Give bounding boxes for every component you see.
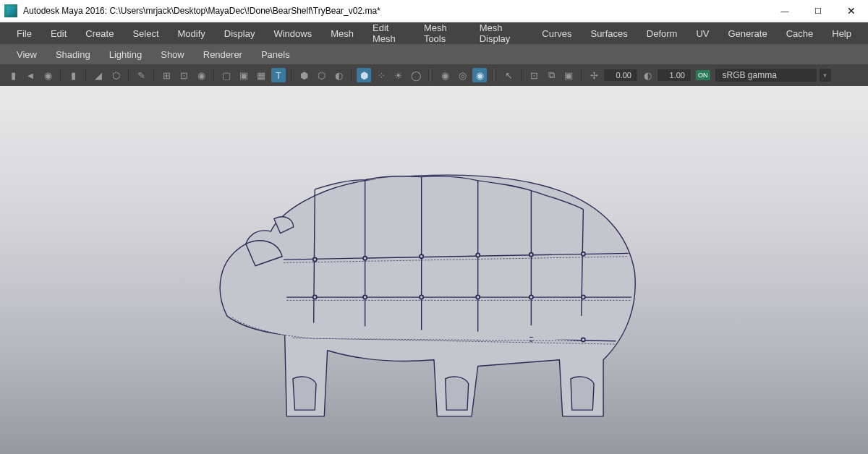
panel-panels[interactable]: Panels (252, 49, 299, 60)
separator (60, 69, 61, 82)
xray-icon[interactable]: ◎ (455, 68, 469, 82)
svg-point-5 (582, 252, 585, 256)
window-title: Autodesk Maya 2016: C:\Users\mrjack\Desk… (23, 6, 768, 16)
safe-action-icon[interactable]: ▣ (237, 68, 251, 82)
menu-file[interactable]: File (7, 28, 41, 39)
safe-title-icon[interactable]: ▦ (254, 68, 268, 82)
viewport-toolbar: ▮ ◄ ◉ ▮ ◢ ⬡ ✎ ⊞ ⊡ ◉ ▢ ▣ ▦ T ⬢ ⬡ ◐ ⬢ ⁘ ☀ … (0, 64, 868, 86)
panel-show[interactable]: Show (151, 49, 194, 60)
use-all-lights-icon[interactable]: ⬢ (357, 68, 371, 82)
svg-point-6 (313, 296, 317, 299)
menu-cache[interactable]: Cache (777, 28, 823, 39)
maximize-button[interactable]: ☐ (801, 0, 835, 22)
svg-point-1 (363, 257, 367, 260)
svg-point-2 (420, 254, 423, 258)
two-sided-icon[interactable]: ⬡ (109, 68, 123, 82)
colorspace-dropdown-icon[interactable]: ▼ (820, 69, 831, 82)
default-light-icon[interactable]: ◯ (409, 68, 423, 82)
menu-windows[interactable]: Windows (264, 28, 321, 39)
svg-point-4 (529, 253, 533, 257)
separator (428, 69, 433, 82)
svg-point-10 (529, 296, 533, 299)
separator (213, 69, 214, 82)
main-menu-bar: File Edit Create Select Modify Display W… (0, 22, 868, 44)
separator (492, 69, 496, 82)
menu-edit[interactable]: Edit (41, 28, 76, 39)
grid-icon[interactable]: ✎ (134, 68, 148, 82)
separator (85, 69, 86, 82)
panel-renderer[interactable]: Renderer (194, 49, 252, 60)
window-controls: — ☐ ✕ (768, 0, 868, 22)
minimize-button[interactable]: — (768, 0, 801, 22)
separator (128, 69, 129, 82)
shaded-icon[interactable]: ⬢ (297, 68, 311, 82)
panel-lighting[interactable]: Lighting (100, 49, 152, 60)
separator (291, 69, 292, 82)
window-titlebar: Autodesk Maya 2016: C:\Users\mrjack\Desk… (0, 0, 868, 22)
menu-select[interactable]: Select (123, 28, 168, 39)
separator (351, 69, 352, 82)
svg-point-9 (476, 296, 480, 299)
svg-point-17 (582, 338, 585, 342)
textured-icon[interactable]: ◐ (331, 68, 346, 82)
svg-point-7 (363, 296, 367, 299)
separator (153, 69, 154, 82)
exposure-value[interactable]: 0.00 (604, 69, 637, 81)
select-camera-icon[interactable]: ▮ (6, 68, 20, 82)
menu-display[interactable]: Display (215, 28, 265, 39)
maya-logo-icon (4, 4, 17, 17)
svg-point-11 (582, 296, 585, 299)
menu-surfaces[interactable]: Surfaces (581, 28, 637, 39)
bear-wireframe-model (65, 128, 803, 442)
polygons-icon[interactable]: ⊡ (527, 68, 541, 82)
nurbs-icon[interactable]: ⧉ (544, 68, 558, 82)
menu-mesh[interactable]: Mesh (321, 28, 363, 39)
menu-modify[interactable]: Modify (169, 28, 215, 39)
panel-shading[interactable]: Shading (46, 49, 100, 60)
panel-menu-bar: View Shading Lighting Show Renderer Pane… (0, 44, 868, 64)
menu-create[interactable]: Create (76, 28, 123, 39)
viewport[interactable] (0, 86, 868, 454)
menu-deform[interactable]: Deform (637, 28, 687, 39)
svg-point-0 (313, 258, 317, 262)
film-gate-icon[interactable]: ⊞ (159, 68, 174, 82)
subdiv-icon[interactable]: ▣ (561, 68, 576, 82)
svg-point-8 (420, 296, 423, 299)
colorspace-toggle[interactable]: ON (696, 70, 710, 80)
field-chart-icon[interactable]: ▢ (219, 68, 234, 82)
wireframe-icon[interactable]: T (271, 68, 286, 82)
image-plane-icon[interactable]: ◢ (91, 68, 106, 82)
lights-icon[interactable]: ☀ (391, 68, 406, 82)
svg-point-3 (476, 254, 480, 257)
panel-view[interactable]: View (7, 49, 46, 60)
shadows-icon[interactable]: ⁘ (374, 68, 388, 82)
camera-attributes-icon[interactable]: ◄ (23, 68, 38, 82)
close-button[interactable]: ✕ (835, 0, 868, 22)
isolate-icon[interactable]: ◉ (438, 68, 452, 82)
menu-generate[interactable]: Generate (718, 28, 776, 39)
menu-curves[interactable]: Curves (532, 28, 581, 39)
resolution-gate-icon[interactable]: ⊡ (176, 68, 191, 82)
xray-joints-icon[interactable]: ◉ (472, 68, 487, 82)
separator (581, 69, 582, 82)
bookmark-icon[interactable]: ▮ (66, 68, 80, 82)
wireframe-shaded-icon[interactable]: ⬡ (314, 68, 328, 82)
gamma-value[interactable]: 1.00 (658, 69, 691, 81)
separator (521, 69, 522, 82)
menu-uv[interactable]: UV (686, 28, 718, 39)
menu-help[interactable]: Help (822, 28, 861, 39)
menu-mesh-tools[interactable]: Mesh Tools (414, 22, 470, 44)
exposure-icon[interactable]: ✢ (587, 68, 601, 82)
xray-active-icon[interactable]: ↖ (501, 68, 516, 82)
menu-edit-mesh[interactable]: Edit Mesh (363, 22, 414, 44)
bookmarks-icon[interactable]: ◉ (41, 68, 55, 82)
menu-mesh-display[interactable]: Mesh Display (470, 22, 533, 44)
gate-mask-icon[interactable]: ◉ (194, 68, 208, 82)
gamma-icon[interactable]: ◐ (640, 68, 655, 82)
colorspace-label[interactable]: sRGB gamma (715, 69, 817, 82)
